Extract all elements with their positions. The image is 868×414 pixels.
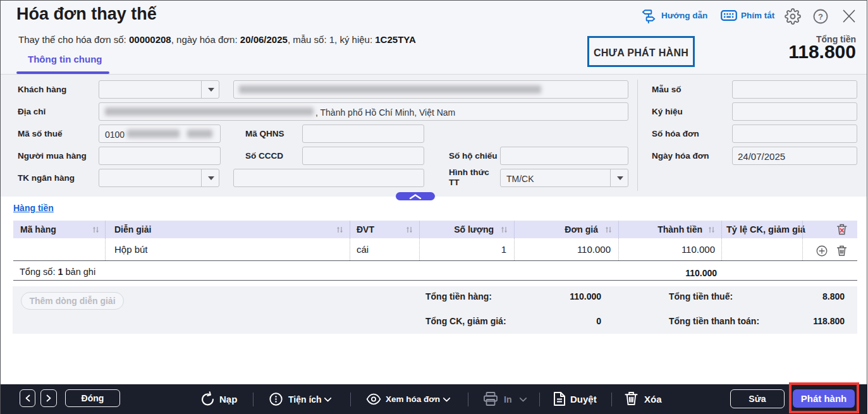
svg-text:?: ?	[818, 12, 823, 21]
